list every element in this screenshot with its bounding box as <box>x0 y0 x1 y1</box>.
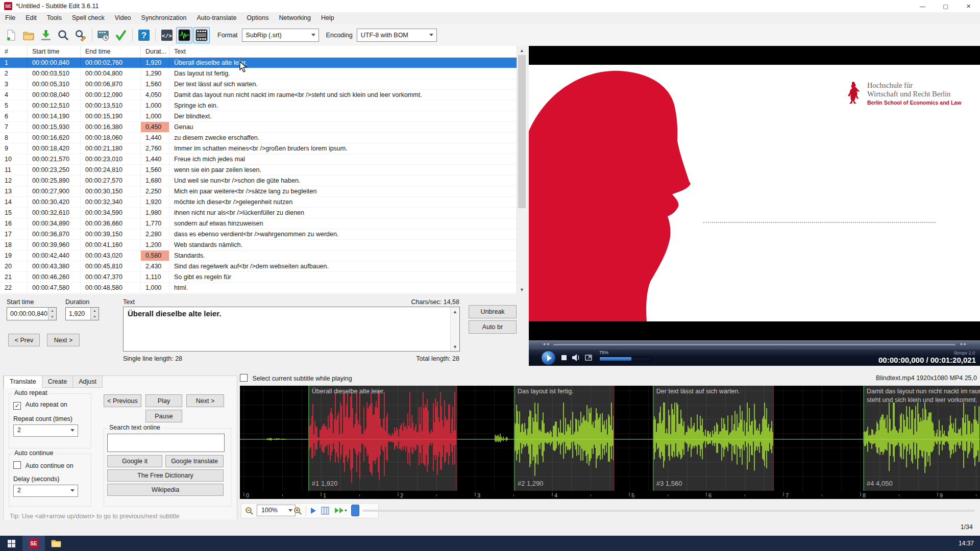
find-icon[interactable] <box>55 27 71 43</box>
video-frame[interactable]: Hochschule für Wirtschaft und Recht Berl… <box>529 65 980 321</box>
fast-forward-icon[interactable] <box>334 507 348 514</box>
scroll-up-icon[interactable]: ▲ <box>451 307 459 316</box>
encoding-select[interactable]: UTF-8 with BOM <box>357 29 437 42</box>
video-toggle-icon[interactable] <box>193 27 210 43</box>
close-button[interactable]: ✕ <box>957 0 980 12</box>
taskbar-file-explorer[interactable] <box>45 536 67 551</box>
duration-input[interactable]: 1,920 ▲▼ <box>65 307 99 320</box>
volume-slider[interactable] <box>599 357 651 361</box>
tab-adjust[interactable]: Adjust <box>73 375 103 388</box>
stop-button[interactable] <box>561 355 567 360</box>
video-grid-icon[interactable] <box>321 507 330 515</box>
start-button[interactable] <box>0 536 22 551</box>
scroll-up-icon[interactable]: ▲ <box>517 46 527 55</box>
zoom-in-icon[interactable] <box>293 507 302 515</box>
menu-options[interactable]: Options <box>241 12 274 24</box>
column-header-start[interactable]: Start time <box>28 46 81 57</box>
google-it-button[interactable]: Google it <box>107 455 162 467</box>
menu-file[interactable]: File <box>0 12 20 24</box>
menu-help[interactable]: Help <box>316 12 339 24</box>
table-row[interactable]: 1000:00:21,57000:00:23,0101,440Freue ich… <box>0 154 527 165</box>
play-subtitle-button[interactable]: Play <box>145 394 182 407</box>
source-view-icon[interactable]: </> <box>159 27 175 43</box>
scroll-down-icon[interactable]: ▼ <box>517 285 527 294</box>
format-select[interactable]: SubRip (.srt) <box>242 29 319 42</box>
previous-subtitle-button[interactable]: < Previous <box>104 394 141 407</box>
rewind-icon[interactable]: ◄◄ <box>542 342 549 346</box>
menu-auto-translate[interactable]: Auto-translate <box>192 12 242 24</box>
tab-translate[interactable]: Translate <box>4 375 42 388</box>
free-dictionary-button[interactable]: The Free Dictionary <box>107 469 224 482</box>
delay-select[interactable]: 2 <box>13 485 78 497</box>
auto-repeat-checkbox[interactable]: ✓ <box>13 402 21 410</box>
table-row[interactable]: 2200:00:47,58000:00:48,5801,000html. <box>0 283 527 293</box>
menu-spell-check[interactable]: Spell check <box>67 12 110 24</box>
video-seekbar[interactable]: ◄◄ ►► <box>529 340 980 349</box>
next-subtitle-button[interactable]: Next > <box>186 394 224 407</box>
maximize-button[interactable]: ▢ <box>934 0 957 12</box>
table-row[interactable]: 1800:00:39,96000:00:41,1601,200Web stand… <box>0 240 527 251</box>
spell-check-icon[interactable] <box>113 27 129 43</box>
seek-track[interactable] <box>553 344 955 345</box>
wikipedia-button[interactable]: Wikipedia <box>107 484 224 496</box>
auto-br-button[interactable]: Auto br <box>469 320 517 334</box>
table-row[interactable]: 2000:00:43,38000:00:45,8102,430Sind das … <box>0 261 527 272</box>
column-header-end[interactable]: End time <box>81 46 141 57</box>
table-row[interactable]: 100:00:00,84000:00:02,7601,920Überall di… <box>0 58 527 68</box>
next-button[interactable]: Next > <box>47 334 80 346</box>
waveform-zoom-select[interactable]: 100% <box>257 505 296 516</box>
repeat-count-select[interactable]: 2 <box>13 424 78 437</box>
subtitle-text-area[interactable]: Überall dieselbe alte leier. ▲ ▼ <box>123 307 460 352</box>
zoom-out-icon[interactable] <box>245 507 254 515</box>
start-time-input[interactable]: 00:00:00,840 ▲▼ <box>7 307 57 320</box>
waveform-canvas[interactable]: Überall dieselbe alte leier.#1 1,920Das … <box>240 386 980 499</box>
menu-video[interactable]: Video <box>110 12 136 24</box>
table-row[interactable]: 1700:00:36,87000:00:39,1502,280dass es e… <box>0 229 527 240</box>
taskbar-subtitle-edit[interactable]: SE <box>22 536 45 551</box>
table-row[interactable]: 2100:00:46,26000:00:47,3701,110So gibt e… <box>0 272 527 283</box>
fullscreen-icon[interactable] <box>585 354 593 361</box>
spinner-arrows[interactable]: ▲▼ <box>48 308 56 320</box>
menu-tools[interactable]: Tools <box>42 12 67 24</box>
scrollbar-thumb[interactable] <box>518 55 526 208</box>
table-row[interactable]: 1900:00:42,44000:00:43,0200,580Standards… <box>0 251 527 261</box>
table-row[interactable]: 1500:00:32,61000:00:34,5901,980ihnen nic… <box>0 208 527 218</box>
tab-create[interactable]: Create <box>42 375 74 388</box>
menu-networking[interactable]: Networking <box>274 12 316 24</box>
table-row[interactable]: 1300:00:27,90000:00:30,1502,250Mich ein … <box>0 186 527 197</box>
table-row[interactable]: 1200:00:25,89000:00:27,5701,680Und weil … <box>0 176 527 186</box>
help-icon[interactable]: ? <box>136 27 152 43</box>
waveform-panel[interactable]: Überall dieselbe alte leier.#1 1,920Das … <box>240 386 980 499</box>
table-row[interactable]: 1600:00:34,89000:00:36,6601,770sondern a… <box>0 218 527 229</box>
save-icon[interactable] <box>38 27 54 43</box>
table-row[interactable]: 1400:00:30,42000:00:32,3401,920möchte ic… <box>0 197 527 208</box>
textarea-scrollbar[interactable]: ▲ ▼ <box>450 307 459 351</box>
scroll-down-icon[interactable]: ▼ <box>451 342 459 351</box>
table-row[interactable]: 1100:00:23,25000:00:24,8101,560wenn sie … <box>0 165 527 176</box>
waveform-scrollbar[interactable] <box>362 510 975 512</box>
select-current-checkbox[interactable] <box>240 374 248 382</box>
table-row[interactable]: 500:00:12,51000:00:13,5101,000Springe ic… <box>0 101 527 111</box>
minimize-button[interactable]: — <box>911 0 934 12</box>
auto-continue-checkbox[interactable] <box>13 461 21 469</box>
column-header-text[interactable]: Text <box>169 46 517 57</box>
table-row[interactable]: 400:00:08,04000:00:12,0904,050Damit das … <box>0 90 527 101</box>
table-row[interactable]: 800:00:16,62000:00:18,0601,440zu diesem … <box>0 133 527 143</box>
spinner-arrows[interactable]: ▲▼ <box>90 308 99 320</box>
open-file-icon[interactable] <box>20 27 37 43</box>
speaker-icon[interactable] <box>572 354 581 362</box>
list-header[interactable]: #Start timeEnd timeDurat...Text <box>0 46 527 58</box>
google-translate-button[interactable]: Google translate <box>165 455 224 467</box>
column-header-dur[interactable]: Durat... <box>141 46 169 57</box>
play-button[interactable] <box>541 350 556 365</box>
table-row[interactable]: 900:00:18,42000:00:21,1802,760Immer im s… <box>0 143 527 154</box>
table-row[interactable]: 300:00:05,31000:00:06,8701,560Der text l… <box>0 79 527 90</box>
waveform-toggle-icon[interactable] <box>176 27 192 43</box>
column-header-num[interactable]: # <box>0 46 28 57</box>
list-scrollbar[interactable]: ▲ ▼ <box>517 46 527 294</box>
table-row[interactable]: 700:00:15,93000:00:16,3800,450Genau <box>0 122 527 133</box>
table-row[interactable]: 600:00:14,19000:00:15,1901,000Der blindt… <box>0 111 527 122</box>
unbreak-button[interactable]: Unbreak <box>469 305 517 318</box>
forward-icon[interactable]: ►► <box>960 342 967 346</box>
play-waveform-icon[interactable] <box>310 507 317 514</box>
